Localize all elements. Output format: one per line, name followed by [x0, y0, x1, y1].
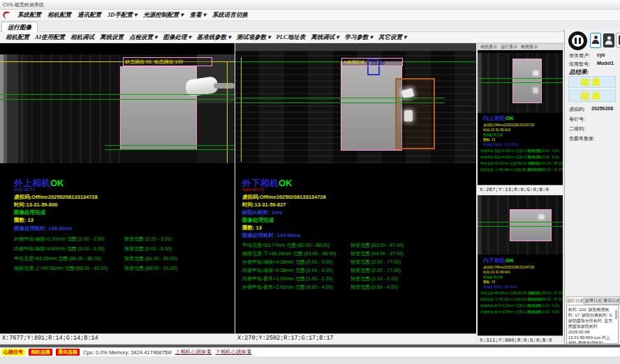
log-tab-fault[interactable]: 故障日志 [584, 296, 602, 305]
warning-range: 预警范围:(0.60 - 4.00) [528, 310, 560, 314]
warning-range: 预警范围:(2.00 - 77.00) [350, 267, 401, 274]
cpu-memory-text: Cpu: 0.0% Memory: 3424.41796875M [83, 349, 172, 356]
view-mode-option[interactable]: 画面显示 [480, 44, 497, 50]
result-ok: OK [279, 178, 293, 188]
control-sidebar: 登录用户: cys 使用型号: Model1 总结果: 结果 结果 虚拟码: 2… [564, 29, 620, 344]
measurement-row: 平线宽度=83.05mm 范围:(80.00 - 86.00) [14, 255, 101, 262]
pixel-coordinate-bar: X:311;Y:980;R:0;G:0;B:0 [478, 335, 563, 344]
camera-view-inner-lower[interactable]: 内下相机OK 虚拟码:Offline20250208133134728 时间:1… [478, 195, 563, 344]
warning-range: 预警范围:(2.20 - 3.20) [124, 236, 172, 243]
tool-camera-debug[interactable]: 相机调试 [71, 33, 94, 42]
elapsed-line: 图像处理耗时: 298.00ms [14, 225, 72, 232]
tool-camera-config[interactable]: 相机配置 [6, 33, 29, 42]
warning-range: 预警范围:(83.00 - 87.00) [350, 242, 404, 249]
elapsed-line: 图像处理耗时: 96.00ms [483, 285, 517, 289]
warning-range: 预警范围:(81.00 - 85.00) [124, 255, 177, 262]
mes-sub-label: MES:BCTT [14, 188, 35, 192]
status-bar: 心跳信号 相机连接 通讯连接 Cpu: 0.0% Memory: 3424.41… [0, 347, 620, 356]
log-tab-comm[interactable]: 通讯日志 [603, 296, 620, 305]
warning-range: 预警范围:(94.00 - 97.00) [350, 250, 404, 257]
baseline-mid-1 [235, 98, 445, 98]
pixel-coordinate-bar: X:7677;Y:891;R:14;G:14;B:14 [0, 333, 235, 343]
warning-range: 预警范围:(94.00 - 97.00) [528, 297, 563, 302]
warning-range: 预警范围:(1.10 - 2.10) [350, 275, 398, 282]
tool-test-params[interactable]: 测试项参数 ▾ [237, 33, 271, 42]
exit-button[interactable] [616, 33, 620, 47]
camera-view-inner-upper[interactable]: 内上相机OK 虚拟码:Offline20250208133134728 时间:1… [478, 50, 563, 194]
threshold-roi-box: 静态阈值:93, 动态阈值:100 [123, 57, 212, 66]
camera-image-outer-upper[interactable]: 静态阈值:93, 动态阈值:100 [0, 43, 235, 163]
tool-offline-settings[interactable]: 离线设置 [100, 33, 124, 42]
measurement-row: 隔膜宽度-下=95.24mm 范围:(93.00 - 98.00) [242, 250, 336, 257]
time-line: 时间:13-31-59-600 [14, 202, 58, 208]
elapsed-line: 图像处理耗时: 102.00ms [483, 142, 519, 147]
warning-range: 预警范围:(0.60 - 4.00) [350, 284, 398, 291]
ai-time-line: 缺陷AI耗时: 1ms [242, 209, 282, 216]
tab-strip: 运行图像 [0, 21, 620, 32]
tab-count-label: 负极耳数量: [569, 135, 595, 142]
user-switch-icon-body [592, 40, 599, 44]
tool-baseline-params[interactable]: 基准线参数 ▾ [197, 33, 231, 42]
tool-offline-debug[interactable]: 离线调试 ▾ [311, 33, 339, 42]
camera-image-inner-lower[interactable] [478, 195, 563, 255]
baseline-top-1 [0, 94, 235, 95]
virtual-code-value: 20250208 [591, 106, 613, 111]
measurement-row: 内侧平线-极耳=1.90mm 范围:(1.00 - 2.20) [242, 275, 333, 282]
menu-item-light-control[interactable]: 光源控制配置 ▾ [143, 11, 183, 20]
warning-range: 预警范围:(0.00 - 8.00) [528, 155, 560, 160]
tab-run-image[interactable]: 运行图像 [1, 22, 38, 32]
view-mode-option[interactable]: 检测显示 [521, 44, 538, 50]
cell-region [512, 59, 542, 103]
warning-range: 预警范围:(1.10 - 2.10) [528, 303, 560, 308]
log-tab-run[interactable]: 运行日志 [566, 296, 584, 305]
pause-button[interactable] [568, 31, 587, 50]
measurement-row: 平线宽度=83.77mm 范围:(82.00 - 88.00) [242, 242, 330, 249]
model-value[interactable]: Model1 [597, 61, 614, 66]
camera-title: 内下相机OK [483, 257, 514, 264]
log-text: 耗时: 222, 缺陷检测耗时: 17, 缺陷分类耗时: 0, 缺陷提取分区耗时… [568, 308, 613, 344]
tool-plc-address[interactable]: PLC地址表 [276, 33, 306, 42]
time-line: 时间:13-31-59-619 [483, 128, 510, 132]
virtual-code-line: 虚拟码:Offline20250208133134728 [483, 123, 534, 128]
specular-glint [404, 110, 413, 121]
camera-image-outer-lower[interactable]: 23.80 AI检测区域 [235, 43, 476, 163]
tool-spot-check[interactable]: 点检设置 ▾ [129, 33, 157, 42]
tool-ai-usage-config[interactable]: AI使用配置 [35, 33, 65, 42]
time-line: 时间:13-31-59-627 [242, 202, 286, 208]
ai-roi-box: AI检测区域 [341, 58, 403, 66]
specular-glint [539, 215, 544, 219]
virtual-code-line: 虚拟码:Offline20250208133134728 [483, 265, 534, 270]
camera-title: 内上相机OK [483, 114, 514, 122]
bottom-filler [0, 356, 620, 364]
menu-item-3d-config[interactable]: 3D手配置 ▾ [108, 11, 137, 20]
log-output[interactable]: 耗时: 222, 缺陷检测耗时: 17, 缺陷分类耗时: 0, 缺陷提取分区耗时… [566, 305, 619, 344]
process-done-line: 图像处理完成 [242, 217, 274, 224]
baseline-mid-2 [235, 103, 445, 103]
tool-learning-params[interactable]: 学习参数 ▾ [345, 33, 373, 42]
measurement-row: 内侧平线-隔膜=4.60mm 范围:(3.00 - 6.00) [14, 245, 105, 252]
user-switch-icon [594, 36, 598, 39]
camera-view-outer-lower[interactable]: 23.80 AI检测区域 外下相机OK MES:BCTD 虚拟码:Offline… [235, 43, 476, 343]
camera-image-inner-upper[interactable] [478, 50, 563, 113]
menu-item-language-switch[interactable]: 系统语言切换 [212, 11, 248, 20]
defect-roi-orange [395, 78, 435, 149]
baseline-1 [478, 78, 563, 79]
tool-other-settings[interactable]: 其它设置 ▾ [378, 33, 406, 42]
mes-sub-label: MES:BCTD [242, 188, 264, 192]
camera-view-outer-upper[interactable]: 静态阈值:93, 动态阈值:100 外上相机OK MES:BCTT 虚拟码:Of… [0, 43, 235, 343]
app-logo-icon [2, 10, 11, 20]
tool-image-processing[interactable]: 图像处理 ▾ [163, 33, 191, 42]
view-mode-option[interactable]: 运行显示 [501, 44, 517, 50]
baseline-2 [478, 226, 563, 227]
menu-item-comm-config[interactable]: 通讯配置 [78, 11, 101, 20]
menu-item-view[interactable]: 查看 ▾ [190, 11, 206, 20]
process-done-line: 图像处理完成 [14, 209, 45, 216]
log-scrollbar[interactable] [615, 310, 617, 319]
menu-item-camera-config[interactable]: 相机配置 [47, 11, 71, 20]
operator-button[interactable] [603, 33, 614, 47]
user-switch-button[interactable] [590, 33, 601, 48]
ai-roi-label: AI检测区域 [344, 60, 364, 64]
menu-item-system-config[interactable]: 系统配置 [17, 11, 41, 20]
time-line: 时间:13-31-59-641 [483, 270, 510, 275]
process-done-line: 图像处理完成 [483, 275, 503, 280]
